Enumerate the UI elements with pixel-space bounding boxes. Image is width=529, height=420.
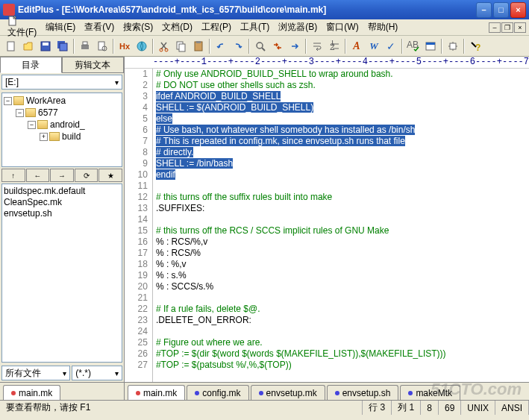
nav-back-button[interactable]: ←	[26, 169, 50, 182]
side-doc-tab[interactable]: main.mk	[3, 385, 60, 400]
tab-dot-icon	[335, 391, 339, 395]
sidebar: 目录 剪辑文本 [E:] −WorkArea −6577 −android_ +…	[0, 57, 125, 400]
tab-label: envsetup.sh	[342, 388, 391, 398]
tab-dot-icon	[136, 391, 140, 395]
doc-tab[interactable]: envsetup.mk	[251, 385, 325, 400]
doc-menu[interactable]: 文档(D)	[157, 19, 197, 35]
print-button[interactable]	[77, 38, 93, 54]
svg-rect-26	[450, 43, 456, 49]
hex-button[interactable]: Hx	[116, 38, 133, 54]
mdi-restore-button[interactable]: ❐	[501, 22, 513, 33]
doc-tab[interactable]: main.mk	[128, 385, 185, 400]
folder-icon	[13, 96, 24, 105]
directory-tab[interactable]: 目录	[0, 57, 62, 73]
tree-workarea[interactable]: −WorkArea	[4, 95, 120, 107]
file-list[interactable]: buildspec.mk.default CleanSpec.mk envset…	[1, 184, 122, 363]
mdi-close-button[interactable]: ×	[514, 22, 526, 33]
preview-button[interactable]	[94, 38, 110, 54]
filter-pattern-combo[interactable]: (*.*)	[72, 366, 122, 380]
check-button[interactable]: ✓	[383, 38, 399, 54]
maximize-button[interactable]: □	[493, 2, 509, 18]
code-content[interactable]: # Only use ANDROID_BUILD_SHELL to wrap a…	[153, 69, 529, 382]
edit-menu[interactable]: 编辑(E)	[41, 19, 80, 35]
replace-button[interactable]	[269, 38, 286, 54]
browser-menu[interactable]: 浏览器(B)	[274, 19, 322, 35]
undo-icon	[215, 40, 227, 52]
open-button[interactable]	[20, 38, 37, 54]
new-button[interactable]	[3, 38, 19, 54]
tools-menu[interactable]: 工具(T)	[236, 19, 274, 35]
line-gutter: 1234567891011121314151617181920212223242…	[125, 69, 153, 382]
redo-button[interactable]	[230, 38, 246, 54]
undo-button[interactable]	[213, 38, 229, 54]
status-c2: 8	[421, 401, 439, 415]
redo-icon	[232, 40, 244, 52]
nav-favorite-button[interactable]: ★	[98, 169, 122, 182]
window-menu[interactable]: 窗口(W)	[322, 19, 363, 35]
find-button[interactable]	[252, 38, 269, 54]
web-button[interactable]: W	[366, 38, 382, 54]
expand-icon[interactable]: +	[40, 133, 48, 141]
saveall-icon	[57, 40, 69, 52]
cliptext-tab[interactable]: 剪辑文本	[62, 57, 124, 73]
browser-button[interactable]	[134, 38, 150, 54]
separator	[113, 39, 114, 54]
tree-build[interactable]: +build	[4, 131, 120, 142]
svg-rect-14	[179, 44, 185, 51]
paste-button[interactable]	[190, 38, 207, 54]
file-menu[interactable]: 文件(F)	[3, 14, 41, 40]
file-item[interactable]: CleanSpec.mk	[4, 197, 120, 208]
copy-button[interactable]	[173, 38, 190, 54]
nav-up-button[interactable]: ↑	[1, 169, 25, 182]
save-button[interactable]	[37, 38, 54, 54]
cut-button[interactable]	[156, 38, 172, 54]
status-col: 列 1	[392, 401, 421, 415]
drive-combo[interactable]: [E:]	[1, 75, 122, 90]
nav-refresh-button[interactable]: ⟳	[75, 169, 98, 182]
settings-button[interactable]	[445, 38, 461, 54]
svg-rect-1	[7, 42, 14, 51]
bold-button[interactable]: A	[348, 38, 365, 54]
file-item[interactable]: envsetup.sh	[4, 208, 120, 219]
help-menu[interactable]: 帮助(H)	[363, 19, 403, 35]
project-menu[interactable]: 工程(P)	[197, 19, 236, 35]
linenum-button[interactable]: 12	[326, 38, 342, 54]
mdi-minimize-button[interactable]: –	[489, 22, 501, 33]
view-menu[interactable]: 查看(V)	[80, 19, 119, 35]
tree-android[interactable]: −android_	[4, 119, 120, 131]
separator	[441, 39, 442, 54]
close-button[interactable]: ×	[510, 2, 526, 18]
separator	[209, 39, 210, 54]
linenum-icon: 12	[328, 40, 340, 52]
goto-icon	[289, 40, 301, 52]
open-icon	[22, 40, 34, 52]
spell-icon: AB	[407, 40, 420, 52]
document-icon	[7, 16, 18, 26]
spellcheck-button[interactable]: AB	[405, 38, 422, 54]
wordwrap-button[interactable]	[309, 38, 325, 54]
folder-tree[interactable]: −WorkArea −6577 −android_ +build	[1, 93, 122, 167]
tab-label: config.mk	[202, 388, 240, 398]
code-area[interactable]: 1234567891011121314151617181920212223242…	[125, 69, 529, 382]
modified-dot-icon	[11, 391, 16, 395]
file-item[interactable]: buildspec.mk.default	[4, 186, 120, 197]
tree-6577[interactable]: −6577	[4, 107, 120, 119]
doc-tab[interactable]: config.mk	[187, 385, 248, 400]
filter-label-combo[interactable]: 所有文件	[1, 366, 70, 380]
tab-label: envsetup.mk	[266, 388, 317, 398]
collapse-icon[interactable]: −	[28, 121, 36, 129]
replace-icon	[272, 40, 284, 52]
doc-tab[interactable]: envsetup.sh	[327, 385, 399, 400]
doc-tab[interactable]: makeMtk	[400, 385, 460, 400]
status-os: UNIX	[461, 401, 495, 415]
contexthelp-button[interactable]: ?	[467, 38, 483, 54]
tab-label: main.mk	[143, 388, 177, 398]
nav-forward-button[interactable]: →	[50, 169, 74, 182]
search-menu[interactable]: 搜索(S)	[119, 19, 157, 35]
terminal-button[interactable]	[422, 38, 439, 54]
collapse-icon[interactable]: −	[4, 97, 12, 105]
minimize-button[interactable]: –	[476, 2, 492, 18]
goto-button[interactable]	[287, 38, 303, 54]
collapse-icon[interactable]: −	[16, 109, 24, 117]
saveall-button[interactable]	[54, 38, 71, 54]
